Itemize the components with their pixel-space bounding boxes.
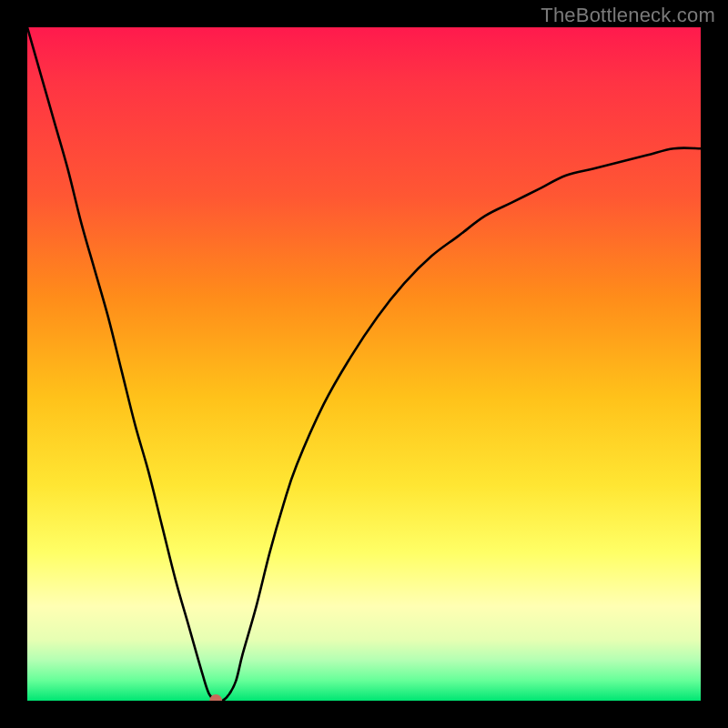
curve-svg [27,27,701,701]
chart-frame: TheBottleneck.com [0,0,728,728]
optimal-point-marker [209,694,222,701]
plot-area [27,27,701,701]
watermark-text: TheBottleneck.com [541,4,715,27]
bottleneck-curve [27,27,701,701]
